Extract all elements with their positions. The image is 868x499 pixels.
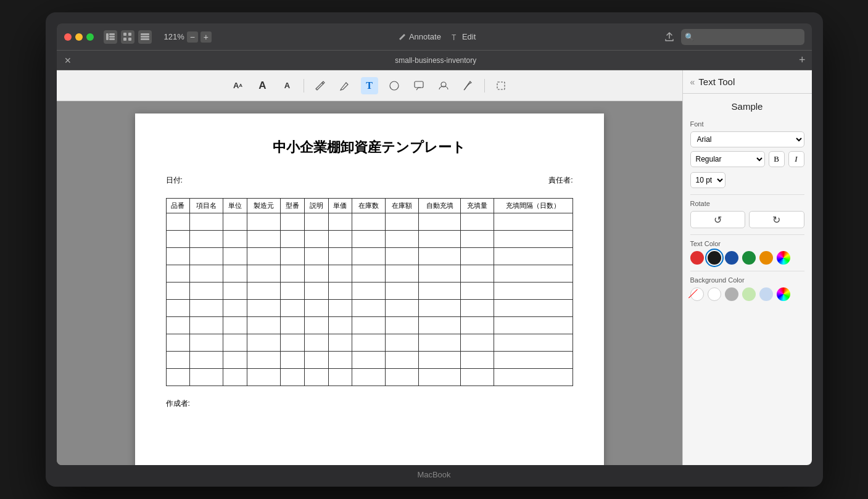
col-stock-count: 在庫数 (352, 199, 386, 213)
table-header-row: 品番 項目名 単位 製造元 型番 説明 単価 在庫数 在庫額 自動充填 (166, 199, 572, 213)
col-unit: 単位 (223, 199, 247, 213)
highlighter-tool[interactable] (336, 77, 353, 94)
bg-color-label: Background Color (690, 276, 804, 284)
text-color-orange[interactable] (759, 251, 773, 265)
signature-tool[interactable] (435, 77, 452, 94)
svg-rect-15 (497, 82, 505, 89)
selection-tool[interactable] (492, 77, 510, 94)
svg-rect-5 (128, 33, 131, 36)
table-row (166, 352, 572, 369)
text-size-aa-tool[interactable]: AA (229, 77, 247, 94)
sidebar-toggle-icon[interactable] (104, 30, 117, 44)
tab-close-button[interactable]: ✕ (63, 56, 73, 65)
font-size-select[interactable]: 10 pt 12 pt 14 pt 16 pt (690, 172, 725, 188)
author-label: 作成者: (166, 399, 190, 408)
list-view-icon[interactable] (138, 30, 152, 44)
svg-rect-3 (109, 38, 115, 40)
col-product-number: 品番 (166, 199, 190, 213)
svg-rect-2 (109, 36, 115, 38)
close-button[interactable] (64, 33, 72, 41)
col-auto-fill: 自動充填 (418, 199, 460, 213)
bold-button[interactable]: B (769, 151, 785, 167)
pdf-document-title: 中小企業棚卸資産テンプレート (166, 138, 573, 157)
rotate-ccw-button[interactable]: ↺ (690, 211, 746, 228)
pdf-footer: 作成者: (166, 398, 573, 409)
table-row (166, 317, 572, 334)
right-panel: « Text Tool Sample Font Arial Helvetica … (682, 70, 812, 465)
col-stock-value: 在庫額 (386, 199, 419, 213)
tab-add-button[interactable]: + (799, 54, 806, 67)
macbook-label: MacBook (57, 465, 812, 487)
shapes-tool[interactable] (386, 77, 403, 94)
bg-color-gray[interactable] (725, 287, 738, 301)
text-color-row (690, 251, 804, 265)
text-color-black[interactable] (708, 251, 721, 265)
pencil-tool[interactable] (312, 77, 329, 94)
bg-color-white[interactable] (708, 287, 721, 301)
minimize-button[interactable] (75, 33, 83, 41)
col-description: 説明 (304, 199, 328, 213)
table-row (166, 300, 572, 317)
col-manufacturer: 製造元 (247, 199, 281, 213)
grid-view-icon[interactable] (121, 30, 134, 44)
table-row (166, 369, 572, 386)
bg-color-multicolor[interactable] (777, 287, 790, 301)
pdf-scroll[interactable]: 中小企業棚卸資産テンプレート 日付: 責任者: 品番 項目名 単位 (57, 101, 682, 465)
pdf-toolbar: AA A A T (57, 70, 682, 101)
svg-text:T: T (452, 33, 457, 41)
svg-rect-1 (109, 33, 115, 35)
divider (690, 194, 804, 195)
italic-button[interactable]: I (788, 151, 804, 167)
text-annotation-tool[interactable]: T (361, 77, 378, 94)
bg-color-light-blue[interactable] (759, 287, 773, 301)
table-row (166, 213, 572, 231)
titlebar: 121% − + Annotate T Edit 🔍 (57, 23, 812, 51)
traffic-lights (64, 33, 94, 41)
macbook-screen: 121% − + Annotate T Edit 🔍 (57, 23, 812, 465)
manager-label: 責任者: (548, 175, 572, 186)
text-color-red[interactable] (690, 251, 704, 265)
text-color-multicolor[interactable] (777, 251, 790, 265)
panel-collapse-icon[interactable]: « (690, 77, 695, 87)
panel-body: Sample Font Arial Helvetica Times New Ro… (683, 94, 812, 465)
bg-color-row (690, 287, 804, 301)
svg-rect-8 (141, 33, 149, 35)
zoom-out-button[interactable]: − (187, 31, 198, 43)
panel-title: Text Tool (698, 76, 735, 87)
pen-tool[interactable] (460, 77, 477, 94)
col-model: 型番 (280, 199, 304, 213)
comment-tool[interactable] (410, 77, 428, 94)
table-row (166, 282, 572, 300)
search-area: 🔍 (681, 29, 804, 45)
tab-title: small-business-inventory (78, 56, 794, 65)
text-size-small-tool[interactable]: A (279, 77, 296, 94)
font-style-row: Regular Bold Italic B I (690, 151, 804, 167)
divider2 (690, 234, 804, 235)
table-row (166, 248, 572, 265)
svg-rect-10 (141, 38, 149, 40)
edit-button[interactable]: T Edit (451, 32, 476, 41)
zoom-in-button[interactable]: + (200, 31, 212, 43)
font-style-select[interactable]: Regular Bold Italic (690, 151, 765, 167)
text-color-green[interactable] (742, 251, 756, 265)
main-area: AA A A T (57, 70, 812, 465)
sample-text: Sample (690, 101, 804, 112)
macbook-body: 121% − + Annotate T Edit 🔍 (46, 12, 823, 487)
table-row (166, 231, 572, 248)
zoom-area: 121% − + (164, 31, 212, 43)
annotate-button[interactable]: Annotate (398, 32, 441, 41)
font-family-select[interactable]: Arial Helvetica Times New Roman (690, 131, 804, 147)
table-row (166, 334, 572, 352)
col-unit-price: 単価 (328, 199, 352, 213)
search-input[interactable] (681, 29, 804, 45)
bg-color-light-green[interactable] (742, 287, 756, 301)
svg-point-12 (390, 81, 399, 90)
maximize-button[interactable] (86, 33, 94, 41)
share-button[interactable] (663, 30, 676, 44)
rotate-cw-button[interactable]: ↻ (749, 211, 804, 228)
svg-rect-6 (123, 38, 126, 41)
text-color-blue[interactable] (725, 251, 738, 265)
svg-rect-0 (106, 33, 109, 40)
text-size-large-tool[interactable]: A (254, 77, 271, 94)
bg-color-transparent[interactable] (690, 287, 704, 301)
